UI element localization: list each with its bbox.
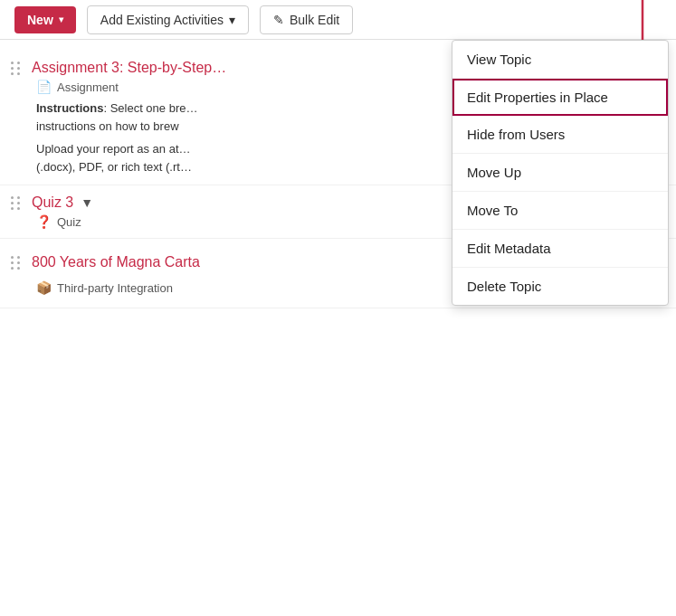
integration-icon: 📦: [36, 280, 52, 295]
bulk-edit-label: Bulk Edit: [290, 13, 339, 27]
menu-item-edit-properties[interactable]: Edit Properties in Place: [452, 79, 668, 116]
drag-handle-icon[interactable]: [7, 196, 24, 210]
dot: [11, 72, 14, 75]
menu-item-move-to[interactable]: Move To: [452, 192, 668, 230]
magna-carta-title-link[interactable]: 800 Years of Magna Carta: [32, 254, 200, 270]
content-area: Assignment 3: Step-by-Step… 📄 Assignment…: [0, 40, 676, 319]
dot: [17, 62, 20, 64]
integration-type-label: Third-party Integration: [57, 281, 173, 295]
menu-item-move-up[interactable]: Move Up: [452, 154, 668, 192]
dot: [17, 72, 20, 75]
add-existing-button[interactable]: Add Existing Activities ▾: [87, 5, 249, 34]
bulk-edit-icon: ✎: [273, 13, 284, 27]
dot: [11, 62, 14, 64]
drag-dots: [11, 256, 21, 270]
drag-dots: [11, 196, 21, 210]
drag-handle-icon[interactable]: [7, 62, 24, 75]
dot: [17, 202, 20, 204]
drag-dots: [11, 62, 21, 75]
menu-item-view-topic[interactable]: View Topic: [452, 41, 668, 79]
menu-item-delete-topic[interactable]: Delete Topic: [452, 268, 668, 305]
quiz-type-label: Quiz: [57, 215, 81, 229]
assignment-type-label: Assignment: [57, 81, 119, 94]
menu-item-hide-from-users[interactable]: Hide from Users: [452, 116, 668, 154]
context-menu: View Topic Edit Properties in Place Hide…: [452, 40, 669, 306]
dot: [11, 261, 14, 264]
dot: [17, 67, 20, 70]
upload-text: Upload your report as an at…(.docx), PDF…: [36, 142, 192, 174]
dot: [17, 196, 20, 199]
quiz3-expand-icon[interactable]: ▼: [81, 195, 93, 210]
dot: [11, 67, 14, 70]
assignment3-title-link[interactable]: Assignment 3: Step-by-Step…: [32, 60, 226, 76]
quiz-icon: ❓: [36, 214, 52, 229]
instructions-bold: Instructions: [36, 101, 103, 115]
add-existing-label: Add Existing Activities: [100, 13, 224, 27]
add-existing-chevron-icon: ▾: [229, 13, 235, 27]
top-bar: New ▾ Add Existing Activities ▾ ✎ Bulk E…: [0, 0, 676, 40]
dot: [11, 207, 14, 210]
dot: [11, 202, 14, 204]
dot: [11, 267, 14, 270]
drag-handle-icon[interactable]: [7, 256, 24, 270]
dot: [17, 267, 20, 270]
dot: [11, 256, 14, 259]
bulk-edit-button[interactable]: ✎ Bulk Edit: [260, 5, 353, 34]
menu-item-edit-metadata[interactable]: Edit Metadata: [452, 230, 668, 268]
quiz3-title-link[interactable]: Quiz 3: [32, 194, 73, 211]
dot: [11, 196, 14, 199]
new-chevron-icon: ▾: [59, 14, 63, 24]
assignment-icon: 📄: [36, 80, 52, 94]
dot: [17, 256, 20, 259]
new-button-label: New: [27, 13, 53, 27]
dot: [17, 207, 20, 210]
dot: [17, 261, 20, 264]
new-button[interactable]: New ▾: [14, 6, 76, 33]
